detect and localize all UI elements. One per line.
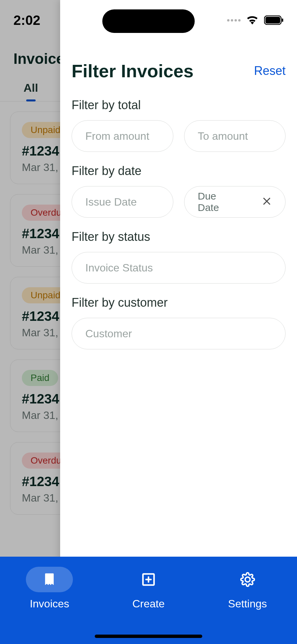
notch	[102, 9, 195, 33]
invoice-status-input[interactable]: Invoice Status	[72, 252, 286, 284]
invoice-status-placeholder: Invoice Status	[85, 262, 153, 274]
customer-input[interactable]: Customer	[72, 318, 286, 349]
filter-customer-section: Filter by customer Customer	[72, 296, 286, 349]
from-amount-input[interactable]: From amount	[72, 120, 173, 152]
nav-invoices[interactable]: Invoices	[0, 567, 99, 610]
drawer-body: Filter by total From amount To amount Fi…	[72, 98, 286, 586]
nav-create-label: Create	[132, 598, 165, 610]
due-date-input[interactable]: Due Date	[184, 186, 286, 218]
customer-placeholder: Customer	[85, 328, 132, 340]
nav-invoices-label: Invoices	[30, 598, 69, 610]
invoices-icon	[26, 567, 73, 592]
svg-rect-2	[282, 18, 283, 22]
filter-date-section: Filter by date Issue Date Due Date	[72, 164, 286, 218]
filter-drawer: Filter Invoices Reset Filter by total Fr…	[60, 0, 297, 644]
drawer-title: Filter Invoices	[72, 60, 194, 81]
clear-due-date-icon[interactable]	[262, 196, 272, 208]
due-date-label: Due Date	[198, 190, 219, 214]
svg-rect-1	[265, 17, 280, 24]
bottom-nav: Invoices Create Settings	[0, 557, 297, 644]
reset-button[interactable]: Reset	[254, 64, 286, 78]
filter-total-section: Filter by total From amount To amount	[72, 98, 286, 152]
filter-status-section: Filter by status Invoice Status	[72, 230, 286, 284]
drawer-header: Filter Invoices Reset	[72, 60, 286, 81]
to-amount-placeholder: To amount	[198, 130, 248, 142]
status-right	[227, 15, 284, 25]
to-amount-input[interactable]: To amount	[184, 120, 286, 152]
plus-square-icon	[125, 567, 172, 592]
status-time: 2:02	[13, 13, 40, 28]
filter-total-label: Filter by total	[72, 98, 286, 112]
filter-customer-label: Filter by customer	[72, 296, 286, 310]
issue-date-placeholder: Issue Date	[85, 196, 137, 208]
nav-create[interactable]: Create	[99, 567, 198, 610]
issue-date-input[interactable]: Issue Date	[72, 186, 173, 218]
nav-settings[interactable]: Settings	[198, 567, 297, 610]
home-indicator[interactable]	[95, 635, 202, 638]
wifi-icon	[247, 16, 258, 25]
from-amount-placeholder: From amount	[85, 130, 149, 142]
battery-icon	[264, 15, 284, 25]
gear-icon	[224, 567, 271, 592]
status-bar: 2:02	[0, 0, 297, 40]
filter-status-label: Filter by status	[72, 230, 286, 244]
cellular-dots-icon	[227, 19, 241, 22]
filter-date-label: Filter by date	[72, 164, 286, 178]
nav-settings-label: Settings	[228, 598, 267, 610]
